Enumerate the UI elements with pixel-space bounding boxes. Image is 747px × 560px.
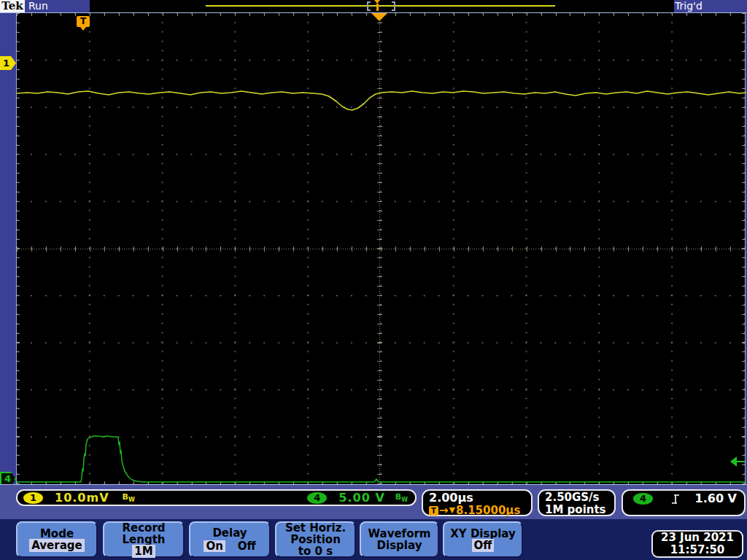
trigger-source-badge: 4 — [633, 493, 653, 505]
oscilloscope-screen: Tek Run Trig'd T 1 4 1 10. — [0, 0, 747, 560]
trace-ch4 — [17, 436, 746, 482]
readout-strip: 1 10.0mV BW 4 5.00 V BW 2.00µs T→▼8.1500… — [0, 485, 747, 519]
set-horiz-label-2: Position — [276, 534, 355, 545]
xy-display-label: XY Display — [444, 528, 522, 540]
menu-button-set-horiz-position[interactable]: Set Horiz. Position to 0 s — [275, 521, 356, 558]
menu-button-xy-display[interactable]: XY Display Off — [443, 521, 523, 558]
record-view-trigger-bar — [376, 4, 379, 11]
acquisition-readout-box: 2.50GS/s 1M points — [538, 489, 616, 516]
trigger-level-arrow-stem — [735, 461, 745, 462]
waveform-display-label-1: Waveform — [361, 528, 438, 540]
ch1-ground-marker[interactable]: 1 — [0, 56, 16, 70]
trigger-readout-box: 4 1.60 V — [622, 489, 746, 516]
sample-rate-readout: 2.50GS/s — [545, 491, 614, 504]
ch4-bandwidth-icon: BW — [395, 492, 408, 503]
delay-marker-icon: ▼ — [449, 505, 455, 516]
graticule: T — [16, 13, 746, 484]
menu-button-waveform-display[interactable]: Waveform Display — [360, 521, 439, 558]
ch4-badge: 4 — [307, 492, 327, 504]
record-view-bar[interactable] — [90, 0, 674, 12]
mode-label: Mode — [18, 528, 96, 540]
trigger-status: Trig'd — [675, 0, 703, 12]
trigger-level-readout: 1.60 V — [681, 491, 737, 505]
record-view-window-bracket-right[interactable] — [392, 1, 395, 11]
delay-on-option[interactable]: On — [204, 540, 225, 552]
record-view-waveform-line — [206, 5, 555, 7]
trigger-level-arrow-icon[interactable] — [730, 456, 745, 467]
record-length-value: 1M — [132, 545, 155, 558]
menu-button-mode[interactable]: Mode Average — [16, 521, 98, 558]
delay-label: Delay — [190, 527, 269, 539]
delay-off-option[interactable]: Off — [238, 540, 256, 552]
trigger-point-flag-icon[interactable]: T — [77, 16, 90, 27]
xy-display-value: Off — [472, 539, 495, 552]
channel-readout-box: 1 10.0mV BW 4 5.00 V BW — [16, 489, 417, 506]
record-length-label-1: Record — [104, 522, 183, 534]
menu-button-delay[interactable]: Delay On Off — [189, 521, 271, 558]
mode-value: Average — [29, 539, 84, 552]
delay-value: 8.15000µs — [456, 505, 520, 516]
ch1-badge: 1 — [23, 492, 43, 504]
horizontal-position-marker-icon[interactable] — [371, 13, 387, 21]
trigger-symbol-icon: T — [429, 506, 438, 516]
ch4-scale: 5.00 V — [338, 491, 384, 505]
datetime-box: 23 Jun 2021 11:57:50 — [651, 530, 743, 558]
tek-logo: Tek — [0, 0, 25, 12]
ch1-scale: 10.0mV — [55, 491, 109, 505]
record-length-label-2: Length — [104, 534, 183, 545]
set-horiz-label-1: Set Horiz. — [276, 522, 355, 534]
timebase-readout: 2.00µs — [429, 491, 531, 505]
menu-button-record-length[interactable]: Record Length 1M — [103, 521, 185, 558]
ch1-bandwidth-icon: BW — [123, 492, 135, 503]
record-view-window-bracket-left[interactable] — [367, 1, 371, 11]
time-label: 11:57:50 — [653, 544, 742, 556]
waveform-traces — [17, 13, 746, 484]
set-horiz-label-3: to 0 s — [276, 545, 355, 557]
waveform-display-label-2: Display — [361, 540, 438, 551]
trace-ch1 — [17, 91, 746, 110]
top-status-bar: Tek Run Trig'd — [0, 0, 747, 12]
acquisition-status: Run — [28, 0, 48, 12]
rising-edge-icon — [670, 493, 681, 508]
delay-readout: T→▼8.15000µs — [429, 505, 531, 516]
record-length-readout: 1M points — [545, 504, 614, 516]
horizontal-readout-box: 2.00µs T→▼8.15000µs — [422, 489, 533, 516]
delay-arrow-icon: → — [439, 505, 449, 516]
date-label: 23 Jun 2021 — [653, 532, 742, 544]
bottom-menu-bar: Mode Average Record Length 1M Delay On O… — [0, 519, 747, 560]
